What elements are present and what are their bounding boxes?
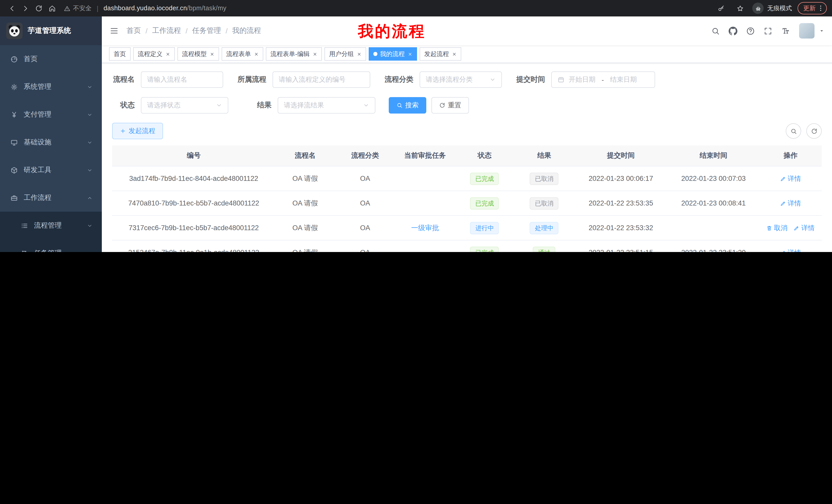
category-select[interactable]: 请选择流程分类 [420,72,502,88]
caret-down-icon[interactable] [818,28,825,34]
detail-link[interactable]: 详情 [780,174,801,183]
search-button[interactable]: 搜索 [389,97,426,114]
process-definition-input[interactable]: 请输入流程定义的编号 [272,72,370,88]
table-refresh-button[interactable] [806,123,822,139]
table-row: 7470a810-7b9b-11ec-b5b7-acde48001122OA 请… [112,191,822,216]
key-icon[interactable] [714,2,728,15]
breadcrumb-item[interactable]: 任务管理 [192,26,221,35]
cell-current-task [395,240,455,252]
cell-id: 3ad174fb-7b9d-11ec-8404-acde48001122 [112,166,275,191]
close-icon[interactable] [452,52,457,56]
incognito-label: 无痕模式 [767,4,792,12]
update-label: 更新 [803,4,815,12]
security-indicator[interactable]: 不安全 [64,4,92,12]
font-size-icon[interactable] [778,23,793,38]
browser-chrome: 不安全 | dashboard.yudao.iocoder.cn/bpm/tas… [0,0,832,17]
update-button[interactable]: 更新 [798,2,827,15]
fullscreen-icon[interactable] [760,23,775,38]
sidebar-item[interactable]: 任务管理 [0,240,102,252]
cell-result: 处理中 [515,216,574,240]
table-search-toggle-button[interactable] [786,123,801,139]
category-label: 流程分类 [384,75,413,84]
close-icon[interactable] [210,52,214,56]
view-tab[interactable]: 流程模型 [177,47,219,61]
view-tab[interactable]: 首页 [109,47,131,61]
question-icon[interactable] [743,23,758,38]
create-process-button[interactable]: 发起流程 [112,123,163,139]
process-name-input[interactable]: 请输入流程名 [141,72,223,88]
status-select[interactable]: 请选择状态 [141,97,228,114]
breadcrumb-item[interactable]: 首页 [127,26,141,35]
chevron-down-icon [87,167,93,173]
cell-end-time: 2022-01-23 00:07:03 [668,166,759,191]
sidebar-item-label: 系统管理 [24,82,51,91]
cell-result: 通过 [515,240,574,252]
filter-process-name: 流程名 请输入流程名 [112,72,223,88]
sidebar-item[interactable]: 支付管理 [0,101,102,129]
dashboard-icon [10,55,18,63]
table-row: 2152467e-7b9b-11ec-9a1b-acde48001122OA 请… [112,240,822,252]
cell-id: 2152467e-7b9b-11ec-9a1b-acde48001122 [112,240,275,252]
chevron-down-icon [87,84,93,90]
view-tab[interactable]: 用户分组 [324,47,366,61]
search-icon[interactable] [707,23,723,38]
close-icon[interactable] [254,52,259,56]
detail-link[interactable]: 详情 [794,223,815,232]
browser-menu-icon[interactable] [817,5,824,12]
view-tab[interactable]: 我的流程 [369,47,417,61]
result-select[interactable]: 请选择流结果 [278,97,375,114]
date-separator: - [602,76,604,83]
status-badge: 已完成 [470,197,499,209]
close-icon[interactable] [408,52,412,56]
view-tab[interactable]: 发起流程 [420,47,461,61]
close-icon[interactable] [165,52,170,56]
column-header: 状态 [455,145,515,166]
chevron-down-icon [87,112,93,117]
hamburger-icon[interactable] [102,26,127,35]
plus-icon [120,128,126,134]
task-link[interactable]: 一级审批 [411,224,439,231]
sidebar-item[interactable]: 系统管理 [0,73,102,101]
sidebar-item[interactable]: 首页 [0,45,102,73]
column-header: 结束时间 [668,145,759,166]
url-path: /bpm/task/my [187,5,226,12]
tab-label: 流程表单-编辑 [270,50,310,58]
breadcrumb-item: 我的流程 [232,26,261,35]
close-icon[interactable] [357,52,362,56]
date-range-picker[interactable]: 开始日期 - 结束日期 [551,72,655,88]
sidebar-item[interactable]: 流程管理 [0,212,102,240]
sidebar-item[interactable]: 基础设施 [0,129,102,156]
incognito-badge[interactable]: 无痕模式 [752,3,792,14]
view-tab[interactable]: 流程定义 [133,47,175,61]
view-tab[interactable]: 流程表单 [222,47,263,61]
tabs-bar: 首页流程定义流程模型流程表单流程表单-编辑用户分组我的流程发起流程 [102,45,832,63]
filter-submit-time: 提交时间 开始日期 - 结束日期 [515,72,655,88]
avatar[interactable] [799,23,814,38]
result-badge: 通过 [533,246,555,252]
sidebar-item[interactable]: 研发工具 [0,156,102,184]
address-bar[interactable]: dashboard.yudao.iocoder.cn/bpm/task/my [104,5,227,12]
cancel-link[interactable]: 取消 [766,223,787,232]
cell-status: 已完成 [455,166,515,191]
github-icon[interactable] [725,23,740,38]
sidebar-item[interactable]: 工作流程 [0,184,102,212]
detail-link[interactable]: 详情 [780,248,801,252]
app-logo[interactable]: 芋道管理系统 [0,17,102,45]
reset-button[interactable]: 重置 [432,97,469,114]
browser-home-icon[interactable] [45,2,59,15]
breadcrumb-item[interactable]: 工作流程 [152,26,181,35]
detail-link[interactable]: 详情 [780,199,801,208]
cell-submit-time: 2022-01-22 23:53:35 [574,191,668,216]
table-row: 3ad174fb-7b9d-11ec-8404-acde48001122OA 请… [112,166,822,191]
close-icon[interactable] [313,52,317,56]
filter-process-definition: 所属流程 请输入流程定义的编号 [237,72,370,88]
warning-icon [64,5,71,11]
process-table: 编号流程名流程分类当前审批任务状态结果提交时间结束时间操作 3ad174fb-7… [112,145,822,252]
back-icon[interactable] [5,2,19,15]
forward-icon[interactable] [19,2,32,15]
bookmark-star-icon[interactable] [733,2,747,15]
status-badge: 已完成 [470,246,499,252]
chevron-down-icon [490,77,496,83]
reload-icon[interactable] [32,2,45,15]
view-tab[interactable]: 流程表单-编辑 [266,47,322,61]
